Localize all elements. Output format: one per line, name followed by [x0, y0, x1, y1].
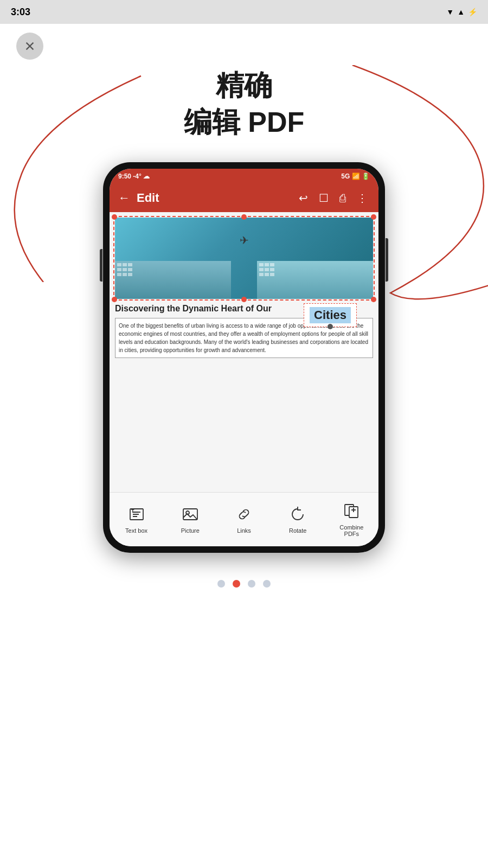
combine-icon — [342, 501, 361, 521]
back-button[interactable]: ← — [118, 191, 130, 205]
more-button[interactable]: ⋮ — [355, 190, 370, 206]
rotate-label: Rotate — [289, 527, 306, 534]
text-box-overlay[interactable]: Cities — [304, 303, 357, 327]
main-title: 精确 编辑 PDF — [0, 67, 488, 141]
svg-text:T: T — [131, 508, 134, 514]
system-status-bar: 3:03 ▼ ▲ ⚡ — [0, 0, 488, 24]
phone-volume-button — [100, 249, 102, 282]
pdf-image: ✈ — [115, 218, 373, 299]
wifi-icon: ▼ — [446, 8, 454, 16]
battery-icon: ⚡ — [468, 8, 477, 16]
edit-toolbar: ← Edit ↩ ☐ ⎙ ⋮ — [110, 184, 378, 212]
system-time: 3:03 — [11, 7, 30, 18]
tool-picture[interactable]: Picture — [169, 505, 212, 534]
links-icon — [234, 505, 254, 524]
phone-screen: 9:50 -4° ☁ 5G 📶 🔋 ← Edit ↩ ☐ ⎙ ⋮ ✈ — [110, 169, 378, 546]
dot-1[interactable] — [217, 580, 225, 588]
phone-container: 9:50 -4° ☁ 5G 📶 🔋 ← Edit ↩ ☐ ⎙ ⋮ ✈ — [0, 162, 488, 553]
buildings — [115, 261, 373, 299]
building-left — [115, 261, 231, 299]
selected-image-container[interactable]: ✈ — [115, 218, 373, 299]
print-button[interactable]: ⎙ — [337, 191, 348, 206]
pagination-dots — [0, 580, 488, 588]
phone-power-button — [386, 238, 388, 282]
dot-4[interactable] — [263, 580, 271, 588]
text-box-word: Cities — [310, 307, 351, 323]
combine-label: CombinePDFs — [339, 524, 363, 537]
building-right — [257, 261, 373, 299]
signal-icon: ▲ — [457, 8, 465, 16]
bottom-toolbar: T Text box Picture — [110, 492, 378, 546]
toolbar-title: Edit — [137, 191, 290, 205]
phone-mockup: 9:50 -4° ☁ 5G 📶 🔋 ← Edit ↩ ☐ ⎙ ⋮ ✈ — [103, 162, 385, 553]
phone-time: 9:50 -4° ☁ — [118, 173, 150, 180]
textbox-icon: T — [127, 505, 146, 524]
heading-text: Discovering the Dynamic Heart of Our — [115, 303, 272, 315]
dot-3[interactable] — [248, 580, 255, 588]
textbox-label: Text box — [125, 527, 147, 534]
dot-2[interactable] — [233, 580, 240, 588]
picture-label: Picture — [181, 527, 200, 534]
save-button[interactable]: ☐ — [317, 190, 331, 206]
svg-rect-7 — [183, 509, 197, 520]
tool-textbox[interactable]: T Text box — [115, 505, 158, 534]
undo-button[interactable]: ↩ — [297, 190, 310, 206]
status-icons: ▼ ▲ ⚡ — [446, 8, 477, 16]
pdf-content-area: ✈ — [110, 212, 378, 492]
rotate-icon — [288, 505, 307, 524]
picture-icon — [181, 505, 200, 524]
tool-rotate[interactable]: Rotate — [276, 505, 319, 534]
main-title-section: 精确 编辑 PDF — [0, 67, 488, 141]
heading-area: Discovering the Dynamic Heart of Our Cit… — [115, 303, 373, 315]
close-button[interactable] — [16, 33, 43, 60]
tool-combine[interactable]: CombinePDFs — [330, 501, 373, 537]
tool-links[interactable]: Links — [222, 505, 266, 534]
phone-signal: 5G 📶 🔋 — [341, 173, 370, 180]
airplane-icon: ✈ — [240, 234, 249, 247]
phone-status-bar: 9:50 -4° ☁ 5G 📶 🔋 — [110, 169, 378, 184]
links-label: Links — [237, 527, 251, 534]
